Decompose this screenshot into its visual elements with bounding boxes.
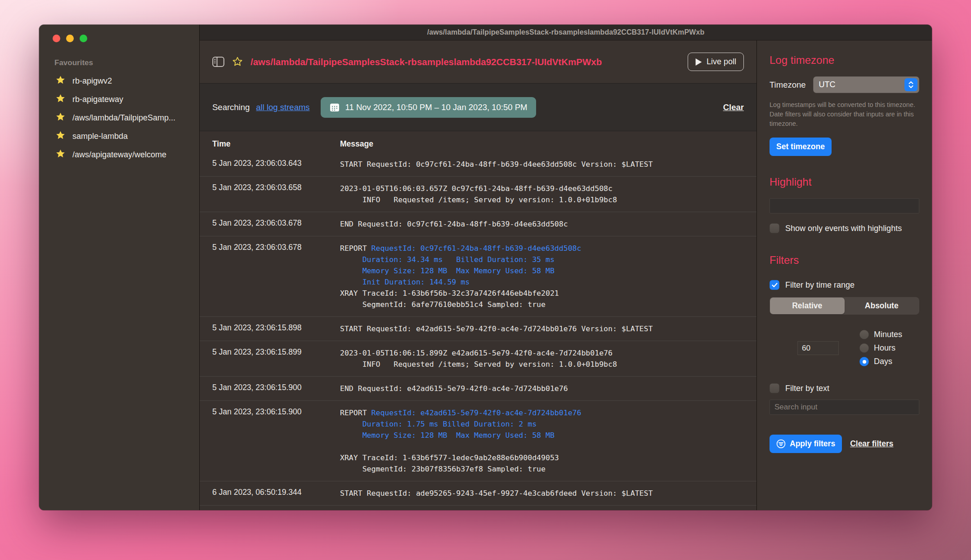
main-area: /aws/lambda/TailpipeSamplesStack-rbsampl…: [200, 40, 756, 510]
log-message: START RequestId: ade95265-9243-45ef-9927…: [340, 488, 756, 499]
radio-days[interactable]: Days: [859, 357, 902, 366]
log-group-header: /aws/lambda/TailpipeSamplesStack-rbsampl…: [200, 40, 756, 84]
sidebar-item-tailpipe-lambda[interactable]: /aws/lambda/TailpipeSamp...: [39, 109, 199, 127]
table-row[interactable]: 5 Jan 2023, 23:06:03.658 2023-01-05T16:0…: [200, 177, 756, 212]
checkbox-unchecked-icon[interactable]: [770, 223, 779, 233]
log-table-header: Time Message: [200, 131, 756, 152]
favourite-toggle-button[interactable]: [232, 56, 243, 67]
all-log-streams-link[interactable]: all log streams: [256, 102, 309, 112]
star-outline-icon: [232, 56, 243, 67]
timezone-selected-value: UTC: [819, 80, 904, 89]
relative-amount-input[interactable]: [797, 341, 839, 355]
log-time: 5 Jan 2023, 23:06:15.900: [200, 383, 340, 394]
set-timezone-label: Set timezone: [776, 142, 825, 151]
apply-filters-label: Apply filters: [790, 439, 835, 449]
table-row[interactable]: 5 Jan 2023, 23:06:03.678 REPORT RequestI…: [200, 236, 756, 317]
table-row[interactable]: 5 Jan 2023, 23:06:15.900 END RequestId: …: [200, 377, 756, 401]
filter-time-range-checkbox-row[interactable]: Filter by time range: [770, 280, 919, 290]
star-filled-icon: [55, 112, 66, 124]
log-time: 5 Jan 2023, 23:06:03.658: [200, 183, 340, 205]
log-message: START RequestId: e42ad615-5e79-42f0-ac4e…: [340, 323, 756, 334]
log-message: END RequestId: e42ad615-5e79-42f0-ac4e-7…: [340, 383, 756, 394]
filters-heading: Filters: [770, 254, 919, 267]
calendar-icon: [330, 102, 340, 112]
table-row[interactable]: 5 Jan 2023, 23:06:03.678 END RequestId: …: [200, 212, 756, 236]
star-filled-icon: [55, 149, 66, 161]
filter-icon: [776, 439, 786, 449]
log-group-title: /aws/lambda/TailpipeSamplesStack-rbsampl…: [251, 57, 602, 67]
show-highlights-label: Show only events with highlights: [785, 224, 902, 233]
table-row[interactable]: 5 Jan 2023, 23:06:15.899 2023-01-05T16:0…: [200, 341, 756, 377]
live-poll-button[interactable]: Live poll: [688, 53, 744, 71]
timezone-select[interactable]: UTC: [813, 76, 919, 93]
table-row[interactable]: 5 Jan 2023, 23:06:15.898 START RequestId…: [200, 317, 756, 341]
filter-by-text-label: Filter by text: [785, 384, 829, 393]
live-poll-label: Live poll: [707, 57, 736, 67]
sidebar-item-label: /aws/apigateway/welcome: [72, 150, 166, 160]
star-filled-icon: [55, 75, 66, 87]
relative-amount-row: Minutes Hours Days: [770, 330, 919, 366]
show-highlights-checkbox-row[interactable]: Show only events with highlights: [770, 223, 919, 233]
log-timezone-heading: Log timezone: [770, 54, 919, 67]
date-range-label: 11 Nov 2022, 10:50 PM – 10 Jan 2023, 10:…: [345, 102, 528, 112]
select-stepper-icon: [904, 78, 917, 91]
clear-filters-link[interactable]: Clear filters: [850, 439, 893, 449]
traffic-lights: [39, 25, 199, 42]
searching-label: Searching: [212, 102, 250, 112]
sidebar-item-rb-apigateway[interactable]: rb-apigateway: [39, 90, 199, 109]
sidebar-item-label: sample-lambda: [72, 132, 128, 141]
window-titlebar: /aws/lambda/TailpipeSamplesStack-rbsampl…: [200, 25, 932, 40]
message-column-header: Message: [340, 139, 756, 149]
sidebar-item-label: /aws/lambda/TailpipeSamp...: [72, 113, 175, 123]
table-row[interactable]: 6 Jan 2023, 06:50:19.344 START RequestId…: [200, 481, 756, 506]
zoom-window-button[interactable]: [80, 35, 87, 42]
toggle-sidebar-button[interactable]: [212, 57, 224, 67]
log-time: 5 Jan 2023, 23:06:03.643: [200, 159, 340, 170]
segment-relative[interactable]: Relative: [770, 298, 845, 314]
app-window: Favourites rb-apigwv2 rb-apigateway /aws…: [39, 25, 932, 510]
sidebar-item-rb-apigwv2[interactable]: rb-apigwv2: [39, 72, 199, 90]
sidebar-item-apigateway-welcome[interactable]: /aws/apigateway/welcome: [39, 146, 199, 164]
play-icon: [695, 58, 702, 66]
log-time: 5 Jan 2023, 23:06:15.900: [200, 407, 340, 475]
settings-panel: Log timezone Timezone UTC Log timestamps…: [756, 40, 932, 510]
segment-absolute[interactable]: Absolute: [845, 298, 919, 314]
log-message: START RequestId: 0c97cf61-24ba-48ff-b639…: [340, 159, 756, 170]
log-message: REPORT RequestId: e42ad615-5e79-42f0-ac4…: [340, 407, 756, 475]
sidebar: Favourites rb-apigwv2 rb-apigateway /aws…: [39, 25, 199, 510]
log-time: 5 Jan 2023, 23:06:15.898: [200, 323, 340, 334]
log-table: Time Message 5 Jan 2023, 23:06:03.643 ST…: [200, 131, 756, 510]
search-strip: Searching all log streams 11 Nov 2022, 1…: [200, 84, 756, 131]
timezone-help-text: Log timestamps will be converted to this…: [770, 100, 919, 129]
radio-minutes[interactable]: Minutes: [859, 330, 902, 339]
highlight-heading: Highlight: [770, 176, 919, 188]
checkbox-checked-icon[interactable]: [770, 280, 779, 290]
close-window-button[interactable]: [53, 35, 60, 42]
apply-filters-button[interactable]: Apply filters: [770, 435, 842, 453]
table-row[interactable]: 5 Jan 2023, 23:06:03.643 START RequestId…: [200, 152, 756, 177]
radio-selected-icon[interactable]: [859, 357, 869, 366]
log-time: 5 Jan 2023, 23:06:03.678: [200, 243, 340, 310]
date-range-button[interactable]: 11 Nov 2022, 10:50 PM – 10 Jan 2023, 10:…: [321, 97, 537, 118]
sidebar-item-label: rb-apigateway: [72, 95, 123, 104]
log-message: 2023-01-05T16:06:03.657Z 0c97cf61-24ba-4…: [340, 183, 756, 205]
minimize-window-button[interactable]: [66, 35, 74, 42]
filter-by-text-checkbox-row[interactable]: Filter by text: [770, 383, 919, 393]
radio-hours[interactable]: Hours: [859, 343, 902, 353]
checkbox-unchecked-icon[interactable]: [770, 383, 779, 393]
favourites-heading: Favourites: [54, 58, 199, 67]
sidebar-toggle-icon: [212, 57, 224, 67]
table-row[interactable]: 5 Jan 2023, 23:06:15.900 REPORT RequestI…: [200, 401, 756, 481]
sidebar-item-sample-lambda[interactable]: sample-lambda: [39, 127, 199, 146]
time-column-header: Time: [200, 139, 340, 149]
highlight-input[interactable]: [770, 198, 919, 213]
radio-unselected-icon[interactable]: [859, 343, 869, 353]
filter-text-input[interactable]: [770, 400, 919, 415]
clear-search-link[interactable]: Clear: [723, 102, 744, 112]
set-timezone-button[interactable]: Set timezone: [770, 138, 832, 156]
log-message: END RequestId: 0c97cf61-24ba-48ff-b639-d…: [340, 218, 756, 230]
sidebar-item-label: rb-apigwv2: [72, 76, 112, 86]
star-filled-icon: [55, 93, 66, 106]
radio-unselected-icon[interactable]: [859, 330, 869, 339]
log-message: 2023-01-05T16:06:15.899Z e42ad615-5e79-4…: [340, 347, 756, 370]
